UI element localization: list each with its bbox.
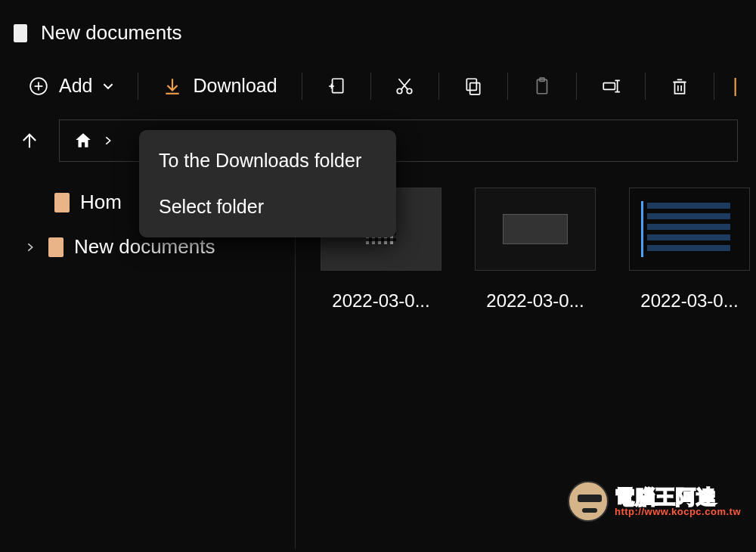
chevron-right-icon[interactable] bbox=[23, 240, 38, 255]
copy-button[interactable] bbox=[453, 72, 494, 101]
document-icon bbox=[14, 24, 27, 42]
file-item[interactable]: 2022-03-0... bbox=[625, 188, 754, 549]
overflow-indicator[interactable]: | bbox=[728, 74, 738, 98]
toolbar: Add Download bbox=[0, 60, 756, 112]
copy-icon bbox=[463, 76, 483, 96]
toolbar-divider bbox=[138, 73, 138, 100]
up-button[interactable] bbox=[18, 129, 41, 152]
svg-rect-20 bbox=[675, 82, 685, 93]
title-bar: New documents bbox=[0, 0, 756, 60]
cut-icon bbox=[395, 76, 414, 96]
plus-circle-icon bbox=[29, 76, 48, 96]
toolbar-divider bbox=[370, 73, 371, 100]
paste-button[interactable] bbox=[522, 72, 562, 101]
new-file-button[interactable] bbox=[316, 72, 357, 101]
folder-icon bbox=[48, 237, 64, 257]
toolbar-divider bbox=[438, 73, 439, 100]
toolbar-divider bbox=[645, 73, 646, 100]
sidebar-item-label: New documents bbox=[74, 235, 215, 259]
folder-icon bbox=[54, 193, 70, 212]
svg-rect-16 bbox=[604, 82, 615, 89]
sidebar-item-label: Hom bbox=[80, 191, 122, 214]
paste-icon bbox=[532, 76, 552, 96]
menu-item-downloads-folder[interactable]: To the Downloads folder bbox=[142, 138, 393, 184]
svg-rect-12 bbox=[470, 82, 480, 94]
add-label: Add bbox=[59, 75, 92, 97]
window-title: New documents bbox=[41, 21, 181, 45]
toolbar-divider bbox=[576, 73, 577, 100]
new-file-icon bbox=[327, 76, 346, 96]
rename-button[interactable] bbox=[590, 72, 631, 101]
file-name: 2022-03-0... bbox=[486, 290, 584, 312]
cut-button[interactable] bbox=[384, 72, 425, 101]
download-label: Download bbox=[193, 75, 277, 97]
dialog-icon bbox=[503, 214, 568, 244]
thumbnail bbox=[629, 188, 750, 271]
delete-button[interactable] bbox=[659, 72, 700, 101]
svg-rect-13 bbox=[467, 79, 477, 90]
home-icon[interactable] bbox=[73, 131, 93, 150]
add-button[interactable]: Add bbox=[18, 70, 124, 101]
menu-item-select-folder[interactable]: Select folder bbox=[142, 184, 393, 230]
rename-icon bbox=[601, 76, 621, 96]
chevron-right-icon bbox=[102, 131, 114, 150]
file-name: 2022-03-0... bbox=[640, 290, 738, 312]
caret-down-icon bbox=[103, 81, 113, 91]
toolbar-divider bbox=[302, 73, 302, 100]
file-name: 2022-03-0... bbox=[332, 290, 429, 312]
toolbar-divider bbox=[507, 73, 508, 100]
download-icon bbox=[163, 76, 182, 96]
download-menu: To the Downloads folder Select folder bbox=[139, 130, 396, 237]
delete-icon bbox=[670, 76, 689, 96]
thumbnail bbox=[475, 188, 596, 271]
file-item[interactable]: 2022-03-0... bbox=[471, 188, 600, 549]
file-item[interactable]: 2022-03-0... bbox=[317, 188, 445, 549]
toolbar-divider bbox=[714, 73, 714, 100]
download-button[interactable]: Download bbox=[152, 70, 287, 101]
code-icon bbox=[637, 195, 742, 263]
